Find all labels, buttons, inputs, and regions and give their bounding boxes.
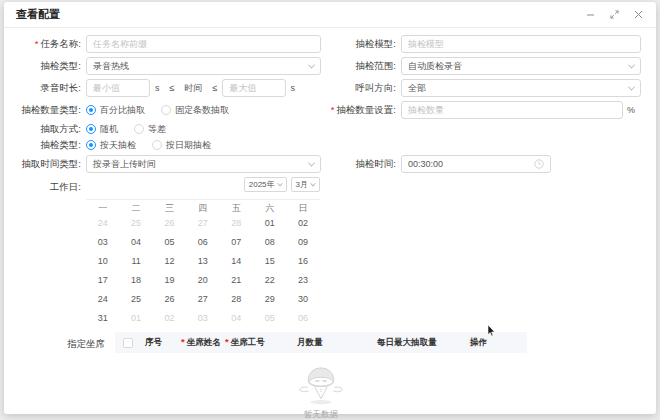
robot-empty-icon [297, 365, 345, 405]
calendar-day[interactable]: 16 [286, 252, 319, 271]
calendar-day[interactable]: 06 [286, 309, 319, 328]
scope-label: 抽检范围: [321, 60, 396, 73]
calendar-day[interactable]: 02 [153, 309, 186, 328]
radio-selected-icon [86, 140, 96, 150]
empty-state-text: 暂无数据 [304, 409, 338, 420]
check-time-input[interactable]: 00:30:00 [401, 155, 551, 173]
calendar-day[interactable]: 25 [119, 214, 152, 233]
chevron-down-icon [310, 180, 316, 186]
calendar-day[interactable]: 20 [186, 271, 219, 290]
calendar-weekday: 一 [86, 200, 119, 214]
calendar-day-grid: 2425262728010203040506070809101112131415… [86, 214, 320, 328]
check-type-label: 抽检类型: [4, 139, 81, 152]
table-header-6: 操作 [466, 337, 527, 349]
scope-select[interactable]: 自动质检录音 [401, 57, 641, 75]
calendar-day[interactable]: 02 [286, 214, 319, 233]
dialog-title: 查看配置 [16, 7, 60, 22]
radio-selected-icon [86, 124, 96, 134]
calendar-day[interactable]: 22 [253, 271, 286, 290]
radio-icon [161, 105, 171, 115]
calendar-day[interactable]: 23 [286, 271, 319, 290]
chevron-down-icon [308, 61, 315, 68]
direction-select[interactable]: 全部 [401, 79, 641, 97]
calendar-day[interactable]: 29 [253, 290, 286, 309]
sample-type-label: 抽检类型: [4, 60, 81, 73]
chevron-down-icon [277, 180, 283, 186]
calendar-weekday: 二 [119, 200, 152, 214]
calendar-day[interactable]: 27 [186, 290, 219, 309]
sample-type-select[interactable]: 录音热线 [86, 57, 321, 75]
config-form: *任务名称: 抽检模型: 抽检类型: 录音热线 抽检范围: 自动质检录音 录音时… [4, 28, 656, 420]
calendar-day[interactable]: 30 [286, 290, 319, 309]
duration-label: 录音时长: [4, 82, 81, 95]
calendar-day[interactable]: 04 [119, 233, 152, 252]
calendar-day[interactable]: 10 [86, 252, 119, 271]
calendar-weekday: 四 [186, 200, 219, 214]
calendar-day[interactable]: 03 [186, 309, 219, 328]
radio-by-day[interactable]: 按天抽检 [86, 139, 136, 152]
calendar-day[interactable]: 31 [86, 309, 119, 328]
calendar-day[interactable]: 09 [286, 233, 319, 252]
calendar-day[interactable]: 26 [153, 214, 186, 233]
time-type-select[interactable]: 按录音上传时间 [86, 155, 321, 173]
maximize-icon[interactable] [608, 9, 620, 21]
calendar-day[interactable]: 24 [86, 214, 119, 233]
calendar-day[interactable]: 03 [86, 233, 119, 252]
qty-type-label: 抽检数量类型: [4, 104, 81, 117]
calendar-day[interactable]: 21 [220, 271, 253, 290]
model-input[interactable] [401, 35, 641, 53]
radio-percent-extract[interactable]: 百分比抽取 [86, 104, 145, 117]
calendar-day[interactable]: 19 [153, 271, 186, 290]
duration-min-input[interactable] [86, 79, 150, 97]
view-config-dialog: 查看配置 *任务名称: 抽检模型: 抽检类型: 录音热线 [4, 2, 656, 414]
calendar-day[interactable]: 27 [186, 214, 219, 233]
task-name-input[interactable] [86, 35, 321, 53]
calendar-year-select[interactable]: 2025年 [244, 177, 287, 192]
calendar-day[interactable]: 08 [253, 233, 286, 252]
calendar-day[interactable]: 28 [220, 214, 253, 233]
calendar-day[interactable]: 25 [119, 290, 152, 309]
calendar-day[interactable]: 07 [220, 233, 253, 252]
agents-label: 指定坐席 [4, 332, 105, 351]
calendar-day[interactable]: 14 [220, 252, 253, 271]
table-header-2: *坐席姓名 [177, 336, 221, 349]
calendar-month-select[interactable]: 3月 [291, 177, 320, 192]
chevron-down-icon [628, 61, 635, 68]
minimize-icon[interactable] [584, 9, 596, 21]
calendar-day[interactable]: 01 [119, 309, 152, 328]
radio-by-date[interactable]: 按日期抽检 [152, 139, 211, 152]
calendar-weekday: 五 [220, 200, 253, 214]
calendar-day[interactable]: 06 [186, 233, 219, 252]
qty-setting-input[interactable] [401, 101, 623, 119]
percent-suffix: % [627, 105, 635, 115]
calendar-day[interactable]: 24 [86, 290, 119, 309]
calendar-weekday: 三 [153, 200, 186, 214]
radio-icon [134, 124, 144, 134]
calendar-day[interactable]: 13 [186, 252, 219, 271]
radio-random[interactable]: 随机 [86, 123, 118, 136]
calendar-day[interactable]: 28 [220, 290, 253, 309]
radio-arithmetic[interactable]: 等差 [134, 123, 166, 136]
calendar-day[interactable]: 04 [220, 309, 253, 328]
agents-table-header: 序号*坐席姓名*坐席工号月数量每日最大抽取量操作 [115, 332, 527, 353]
calendar-day[interactable]: 15 [253, 252, 286, 271]
workday-label: 工作日: [4, 177, 81, 194]
calendar-day[interactable]: 26 [153, 290, 186, 309]
duration-max-input[interactable] [222, 79, 286, 97]
select-all-checkbox[interactable] [123, 338, 133, 348]
radio-icon [152, 140, 162, 150]
calendar-day[interactable]: 18 [119, 271, 152, 290]
calendar-day[interactable]: 05 [153, 233, 186, 252]
calendar-day[interactable]: 05 [253, 309, 286, 328]
calendar-weekday: 六 [253, 200, 286, 214]
calendar-day[interactable]: 12 [153, 252, 186, 271]
calendar-day[interactable]: 17 [86, 271, 119, 290]
calendar-weekday-header: 一二三四五六日 [86, 200, 320, 214]
dialog-header: 查看配置 [4, 2, 656, 28]
radio-fixed-count-extract[interactable]: 固定条数抽取 [161, 104, 229, 117]
mouse-cursor [487, 325, 496, 337]
calendar-day[interactable]: 11 [119, 252, 152, 271]
close-icon[interactable] [632, 9, 644, 21]
calendar-day[interactable]: 01 [253, 214, 286, 233]
time-type-label: 抽取时间类型: [4, 158, 81, 171]
